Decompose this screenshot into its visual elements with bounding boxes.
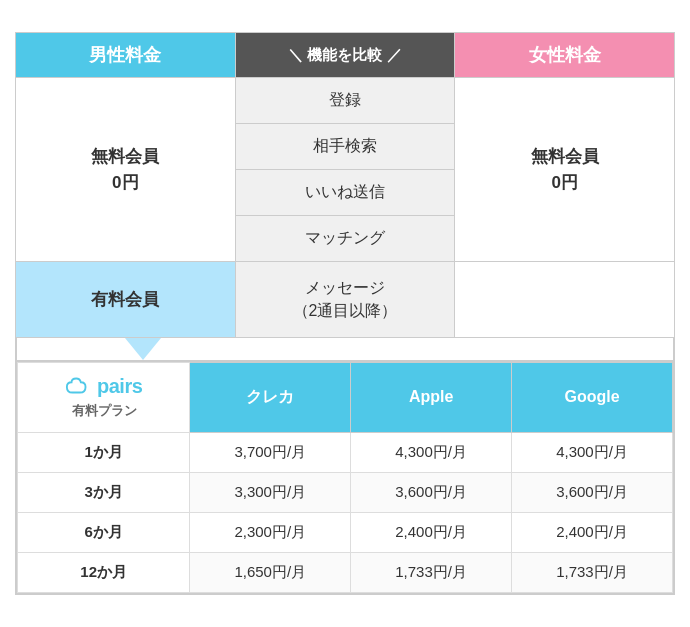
col-header-google: Google [512, 362, 673, 432]
col-header-credit: クレカ [190, 362, 351, 432]
price-1-google: 4,300円/月 [512, 432, 673, 472]
paid-female-empty [455, 262, 675, 338]
col-header-apple: Apple [351, 362, 512, 432]
free-male-line2: 0円 [112, 173, 138, 192]
row-label-2: 3か月 [18, 472, 190, 512]
slash-left: ＼ [288, 46, 303, 63]
price-4-apple: 1,733円/月 [351, 552, 512, 592]
row-label-1: 1か月 [18, 432, 190, 472]
free-male-line1: 無料会員 [91, 147, 159, 166]
arrow-area [15, 338, 675, 360]
paid-row: 有料会員 メッセージ （2通目以降） [16, 262, 675, 338]
feature-3: いいね送信 [235, 170, 455, 216]
slash-right: ／ [387, 46, 402, 63]
price-1-apple: 4,300円/月 [351, 432, 512, 472]
arrow-down [125, 338, 161, 360]
free-row: 無料会員 0円 登録 無料会員 0円 [16, 78, 675, 124]
center-header: ＼ 機能を比較 ／ [235, 33, 455, 78]
pricing-header-row: pairs 有料プラン クレカ Apple Google [18, 362, 673, 432]
free-member-female: 無料会員 0円 [455, 78, 675, 262]
comparison-table: 男性料金 ＼ 機能を比較 ／ 女性料金 無料会員 0円 登録 無料会員 0円 [15, 32, 675, 338]
center-header-label: 機能を比較 [307, 46, 382, 63]
paid-member-male: 有料会員 [16, 262, 236, 338]
row-label-3: 6か月 [18, 512, 190, 552]
pairs-section: pairs 有料プラン クレカ Apple Google 1か月 3,700円/… [15, 360, 675, 595]
feature-1: 登録 [235, 78, 455, 124]
pricing-table: pairs 有料プラン クレカ Apple Google 1か月 3,700円/… [17, 362, 673, 593]
free-female-line2: 0円 [551, 173, 577, 192]
price-2-apple: 3,600円/月 [351, 472, 512, 512]
price-1-credit: 3,700円/月 [190, 432, 351, 472]
message-line1: メッセージ [305, 279, 385, 296]
message-line2: （2通目以降） [293, 302, 398, 319]
price-4-google: 1,733円/月 [512, 552, 673, 592]
pairs-logo-cell: pairs 有料プラン [18, 362, 190, 432]
header-row: 男性料金 ＼ 機能を比較 ／ 女性料金 [16, 33, 675, 78]
pairs-cloud-icon [65, 375, 93, 397]
price-4-credit: 1,650円/月 [190, 552, 351, 592]
pairs-plan-label: 有料プラン [30, 402, 179, 420]
pricing-row-2: 3か月 3,300円/月 3,600円/月 3,600円/月 [18, 472, 673, 512]
price-3-google: 2,400円/月 [512, 512, 673, 552]
price-3-apple: 2,400円/月 [351, 512, 512, 552]
main-container: 男性料金 ＼ 機能を比較 ／ 女性料金 無料会員 0円 登録 無料会員 0円 [15, 32, 675, 595]
row-label-4: 12か月 [18, 552, 190, 592]
price-2-credit: 3,300円/月 [190, 472, 351, 512]
pairs-logo: pairs [28, 375, 179, 398]
pricing-row-3: 6か月 2,300円/月 2,400円/月 2,400円/月 [18, 512, 673, 552]
price-3-credit: 2,300円/月 [190, 512, 351, 552]
pricing-row-4: 12か月 1,650円/月 1,733円/月 1,733円/月 [18, 552, 673, 592]
feature-2: 相手検索 [235, 124, 455, 170]
free-member-male: 無料会員 0円 [16, 78, 236, 262]
price-2-google: 3,600円/月 [512, 472, 673, 512]
pairs-logo-text: pairs [97, 375, 142, 398]
pricing-row-1: 1か月 3,700円/月 4,300円/月 4,300円/月 [18, 432, 673, 472]
feature-4: マッチング [235, 216, 455, 262]
free-female-line1: 無料会員 [531, 147, 599, 166]
male-header: 男性料金 [16, 33, 236, 78]
message-feature: メッセージ （2通目以降） [235, 262, 455, 338]
female-header: 女性料金 [455, 33, 675, 78]
